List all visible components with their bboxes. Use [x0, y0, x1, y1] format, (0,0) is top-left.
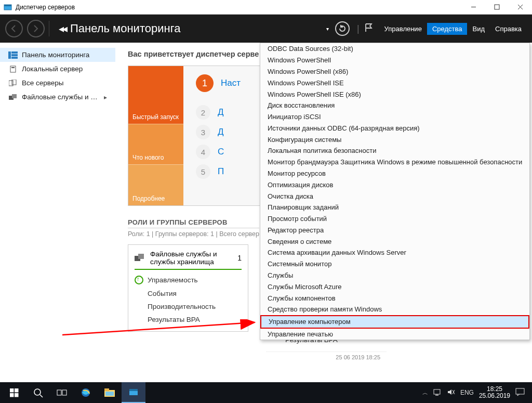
step-label: С — [218, 147, 224, 157]
svg-rect-20 — [15, 388, 19, 393]
welcome-tab-quickstart[interactable]: Быстрый запуск — [128, 66, 183, 124]
dashboard-icon — [8, 51, 18, 59]
card-body: Управляемость События Производительность… — [128, 273, 248, 331]
tools-menu-item[interactable]: Монитор брандмауэра Защитника Windows в … — [260, 157, 529, 168]
tools-menu-item[interactable]: Службы компонентов — [260, 292, 529, 304]
tray-language[interactable]: ENG — [460, 389, 474, 396]
tray-date: 25.06.2019 — [479, 393, 510, 399]
tools-menu-item[interactable]: Источники данных ODBC (64-разрядная верс… — [260, 122, 529, 134]
welcome-tab-more[interactable]: Подробнее — [128, 164, 183, 205]
svg-rect-19 — [10, 388, 14, 393]
step-label: Наст — [221, 78, 241, 88]
sidebar-item-file-services[interactable]: Файловые службы и сл... ▸ — [0, 90, 115, 104]
system-tray: ︿ ENG 18:25 25.06.2019 — [422, 386, 525, 399]
menu-help[interactable]: Справка — [490, 23, 527, 35]
tools-menu-item[interactable]: Локальная политика безопасности — [260, 145, 529, 157]
card-line-label: Результаты BPA — [148, 316, 200, 323]
app-header: ◂◂ Панель мониторинга ▾ | Управление Сре… — [0, 15, 532, 43]
tools-menu-item[interactable]: Редактор реестра — [260, 225, 529, 236]
nav-back-button[interactable] — [5, 20, 23, 37]
sidebar-item-label: Файловые службы и сл... — [22, 93, 100, 101]
tools-menu-item[interactable]: Очистка диска — [260, 190, 529, 202]
card-header: Файловые службы и службы хранилища 1 — [128, 245, 248, 269]
tools-menu-item[interactable]: Средство проверки памяти Windows — [260, 304, 529, 315]
svg-rect-6 — [8, 51, 11, 59]
sidebar: Панель мониторинга Локальный сервер Все … — [0, 43, 115, 382]
file-services-icon — [135, 253, 145, 263]
svg-rect-7 — [11, 51, 18, 54]
svg-rect-33 — [434, 389, 440, 394]
tools-menu-item[interactable]: Конфигурация системы — [260, 134, 529, 145]
close-button[interactable] — [509, 0, 532, 15]
svg-line-24 — [40, 395, 43, 397]
server-icon — [8, 66, 18, 73]
card-line-label: Производительность — [148, 303, 216, 310]
card-line-bpa[interactable]: Результаты BPA — [135, 313, 242, 326]
tray-sound-icon[interactable] — [447, 388, 455, 397]
step-number-badge: 2 — [196, 105, 210, 120]
tray-network-icon[interactable] — [433, 388, 442, 397]
svg-rect-3 — [495, 5, 499, 9]
menu-tools[interactable]: Средства — [427, 23, 468, 35]
header-right: ▾ | Управление Средства Вид Справка — [326, 21, 527, 36]
tools-menu-item[interactable]: Сведения о системе — [260, 236, 529, 247]
tools-menu-item[interactable]: Диск восстановления — [260, 100, 529, 111]
tools-menu-item[interactable]: Управление компьютером — [260, 315, 529, 329]
tray-action-center-icon[interactable] — [515, 388, 525, 398]
svg-rect-22 — [15, 393, 19, 397]
tools-dropdown-menu: ODBC Data Sources (32-bit)Windows PowerS… — [260, 43, 530, 340]
tools-menu-item[interactable]: Windows PowerShell (x86) — [260, 66, 529, 77]
svg-rect-8 — [11, 54, 18, 56]
card-count: 1 — [237, 254, 242, 262]
tools-menu-item[interactable]: Системный монитор — [260, 258, 529, 270]
tools-menu-item[interactable]: Просмотр событий — [260, 213, 529, 225]
card-line-events[interactable]: События — [135, 287, 242, 300]
svg-rect-17 — [138, 254, 144, 259]
tools-menu-item[interactable]: Windows PowerShell ISE — [260, 77, 529, 88]
tools-menu-item[interactable]: ODBC Data Sources (32-bit) — [260, 43, 529, 55]
nav-forward-button[interactable] — [27, 20, 45, 37]
svg-rect-15 — [12, 94, 17, 98]
taskview-button[interactable] — [50, 382, 74, 403]
tools-menu-item[interactable]: Инициатор iSCSI — [260, 111, 529, 123]
taskbar-server-manager[interactable] — [122, 382, 145, 403]
tools-menu-item[interactable]: Управление печатью — [260, 329, 529, 340]
maximize-button[interactable] — [485, 0, 509, 15]
menu-view[interactable]: Вид — [467, 23, 490, 35]
minimize-button[interactable] — [462, 0, 485, 15]
notifications-flag-icon[interactable] — [364, 22, 374, 35]
tools-menu-item[interactable]: Службы — [260, 270, 529, 281]
breadcrumb-title[interactable]: Панель мониторинга — [70, 22, 180, 35]
tools-menu-item[interactable]: Планировщик заданий — [260, 202, 529, 213]
tray-chevron-up-icon[interactable]: ︿ — [422, 389, 428, 397]
sidebar-item-label: Локальный сервер — [22, 65, 107, 73]
role-card-file-services[interactable]: Файловые службы и службы хранилища 1 Упр… — [128, 244, 248, 332]
header-divider — [49, 21, 49, 36]
card-title: Файловые службы и службы хранилища — [150, 250, 232, 266]
sidebar-item-local-server[interactable]: Локальный сервер — [0, 62, 115, 76]
card-line-manageability[interactable]: Управляемость — [135, 273, 242, 287]
start-button[interactable] — [2, 382, 26, 403]
taskbar-explorer[interactable] — [98, 382, 122, 403]
header-dropdown-caret-icon[interactable]: ▾ — [326, 26, 329, 32]
tools-menu-item[interactable]: Windows PowerShell ISE (x86) — [260, 88, 529, 100]
tools-menu-item[interactable]: Windows PowerShell — [260, 55, 529, 66]
welcome-tab-label: Подробнее — [132, 195, 165, 202]
taskbar-ie[interactable] — [74, 382, 98, 403]
card-line-performance[interactable]: Производительность — [135, 300, 242, 313]
welcome-tab-whatsnew[interactable]: Что нового — [128, 124, 183, 165]
sidebar-item-dashboard[interactable]: Панель мониторинга — [0, 48, 115, 62]
sidebar-item-all-servers[interactable]: Все серверы — [0, 76, 115, 90]
tools-menu-item[interactable]: Монитор ресурсов — [260, 168, 529, 179]
search-button[interactable] — [26, 382, 50, 403]
file-services-icon — [8, 94, 18, 101]
menu-manage[interactable]: Управление — [379, 23, 427, 35]
refresh-button[interactable] — [335, 21, 350, 36]
tools-menu-item[interactable]: Службы Microsoft Azure — [260, 281, 529, 292]
svg-rect-11 — [11, 67, 15, 68]
svg-rect-26 — [62, 390, 66, 395]
tray-clock[interactable]: 18:25 25.06.2019 — [479, 386, 510, 399]
tools-menu-item[interactable]: Оптимизация дисков — [260, 179, 529, 190]
tools-menu-item[interactable]: Система архивации данных Windows Server — [260, 247, 529, 258]
step-number-badge: 3 — [196, 125, 210, 139]
